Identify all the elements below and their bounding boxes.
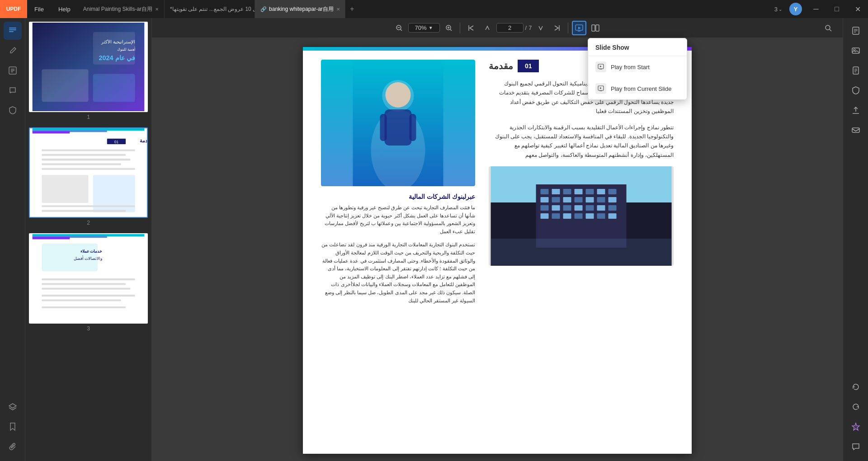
- svg-rect-57: [596, 25, 599, 31]
- mail-doc-icon[interactable]: [847, 121, 865, 139]
- svg-rect-69: [540, 189, 548, 194]
- svg-rect-26: [42, 168, 135, 170]
- svg-rect-29: [42, 205, 135, 207]
- window-controls: 3 ⌄ Y ─ □ ✕: [771, 0, 868, 18]
- tab-close[interactable]: ✕: [155, 7, 159, 12]
- tab-close[interactable]: ✕: [336, 7, 340, 12]
- play-from-current-item[interactable]: Play from Current Slide: [588, 78, 687, 99]
- slideshow-dropdown: Slide Show Play from Start Play from Cur…: [588, 38, 687, 100]
- section-number: 01: [518, 60, 539, 72]
- pdf-right-content: عبرلبنوك الشركات المالية ما فتئت المصارف…: [321, 193, 475, 305]
- svg-rect-87: [585, 205, 594, 211]
- thumbnail-2[interactable]: مقدمة 01 2: [29, 127, 148, 226]
- chat-tool-icon[interactable]: [847, 437, 865, 456]
- svg-rect-103: [380, 114, 387, 141]
- protect-doc-icon[interactable]: [847, 81, 865, 99]
- tab-label: *أفضل 10 عروض الجمع... تنتم على تقويتها: [170, 6, 255, 12]
- svg-point-101: [385, 82, 410, 108]
- export-text-tool-icon[interactable]: [847, 22, 865, 40]
- comment-sidebar-icon[interactable]: [4, 81, 22, 99]
- content-area: 70% ▼ / 7: [152, 18, 843, 461]
- svg-point-110: [854, 49, 855, 51]
- play-from-current-label: Play from Current Slide: [611, 85, 671, 92]
- search-button-area: [821, 21, 835, 35]
- user-avatar[interactable]: Y: [789, 3, 802, 15]
- zoom-out-button[interactable]: [392, 21, 406, 35]
- pdf-building-image: [489, 166, 674, 266]
- file-menu[interactable]: File: [27, 0, 51, 18]
- tab-banking[interactable]: 🔗 banking whitepapar-ar自用 ✕: [255, 0, 345, 18]
- first-page-button[interactable]: [464, 21, 478, 35]
- toolbar-separator-2: [568, 23, 568, 33]
- svg-rect-74: [597, 189, 605, 194]
- svg-text:خدمات عملاء: خدمات عملاء: [80, 249, 103, 254]
- svg-rect-77: [552, 197, 560, 202]
- svg-rect-56: [592, 25, 595, 31]
- section-title: مقدمة: [489, 61, 513, 71]
- play-from-start-item[interactable]: Play from Start: [588, 56, 687, 78]
- svg-rect-88: [597, 205, 605, 211]
- dropdown-title: Slide Show: [588, 38, 687, 56]
- svg-rect-96: [608, 213, 616, 219]
- zoom-in-button[interactable]: [442, 21, 456, 35]
- svg-line-59: [830, 29, 831, 31]
- svg-rect-85: [563, 205, 571, 211]
- slideshow-button[interactable]: [572, 21, 586, 35]
- title-bar: UPDF File Help Animal Painting Skills-ar…: [0, 0, 868, 18]
- page-nav: / 7: [496, 23, 532, 33]
- toolbar: 70% ▼ / 7: [152, 18, 843, 38]
- layers-sidebar-icon[interactable]: [4, 398, 22, 416]
- last-page-button[interactable]: [550, 21, 564, 35]
- tab-offers[interactable]: *أفضل 10 عروض الجمع... تنتم على تقويتها …: [165, 0, 255, 18]
- svg-rect-78: [563, 197, 571, 202]
- pdf-body-text-2: تتطور نماذج وإجراءات الأعمال التقليدية ب…: [489, 123, 674, 160]
- ai-tool-icon[interactable]: [847, 418, 865, 436]
- upload-doc-icon[interactable]: [847, 101, 865, 119]
- close-button[interactable]: ✕: [847, 0, 868, 18]
- svg-rect-79: [574, 197, 582, 202]
- attachments-sidebar-icon[interactable]: [4, 437, 22, 456]
- export-img-tool-icon[interactable]: [847, 42, 865, 60]
- next-page-button[interactable]: [533, 21, 548, 35]
- right-body-text-1: ما فتئت المصارف التجارية تبحث عن طرق لتص…: [321, 204, 475, 235]
- svg-text:في عام 2024: في عام 2024: [99, 54, 135, 62]
- minimize-button[interactable]: ─: [806, 0, 826, 18]
- tab-animal-painting[interactable]: Animal Painting Skills-ar自用 ✕: [78, 0, 165, 18]
- edit-tool-icon[interactable]: [4, 22, 22, 40]
- page-content-area: 01 مقدمة يتطلب البيئة التكنولوجية المعاص…: [152, 38, 843, 461]
- bookmarks-sidebar-icon[interactable]: [4, 418, 22, 436]
- svg-rect-39: [42, 283, 126, 285]
- svg-text:أهمية للبنوك: أهمية للبنوك: [117, 47, 135, 52]
- maximize-button[interactable]: □: [826, 0, 847, 18]
- app-logo: UPDF: [0, 0, 27, 18]
- svg-rect-24: [42, 159, 130, 160]
- thumbnail-1[interactable]: الإستراتيجية الأكثر أهمية للبنوك في عام …: [29, 22, 148, 120]
- rotate-right-icon[interactable]: [847, 398, 865, 416]
- svg-text:والاتصالات أفضل: والاتصالات أفضل: [74, 255, 103, 261]
- protect-tool-icon[interactable]: [4, 101, 22, 119]
- svg-rect-34: [33, 237, 70, 239]
- right-sidebar: [843, 18, 868, 461]
- pdf-page: 01 مقدمة يتطلب البيئة التكنولوجية المعاص…: [303, 47, 692, 454]
- svg-rect-75: [608, 189, 616, 194]
- search-button[interactable]: [821, 21, 835, 35]
- right-body-text-2: تستخدم البنوك التجارية المعاملات التجاري…: [321, 241, 475, 305]
- rotate-left-icon[interactable]: [847, 378, 865, 396]
- zoom-display[interactable]: 70% ▼: [408, 23, 440, 33]
- svg-point-58: [826, 25, 830, 30]
- thumbnail-3[interactable]: خدمات عملاء والاتصالات أفضل 3: [29, 233, 148, 332]
- prev-page-button[interactable]: [480, 21, 495, 35]
- svg-rect-102: [384, 109, 411, 146]
- svg-rect-109: [852, 48, 859, 53]
- new-tab-button[interactable]: +: [345, 0, 359, 18]
- svg-rect-92: [563, 213, 571, 219]
- pages-tool-icon[interactable]: [847, 61, 865, 80]
- page-number-input[interactable]: [496, 23, 524, 33]
- annotate-tool-icon[interactable]: [4, 42, 22, 60]
- form-tool-icon[interactable]: [4, 61, 22, 80]
- tab-label: Animal Painting Skills-ar自用: [83, 5, 152, 13]
- two-page-view-button[interactable]: [588, 21, 603, 35]
- menu-bar: File Help: [27, 0, 78, 18]
- svg-rect-81: [597, 197, 605, 202]
- help-menu[interactable]: Help: [51, 0, 78, 18]
